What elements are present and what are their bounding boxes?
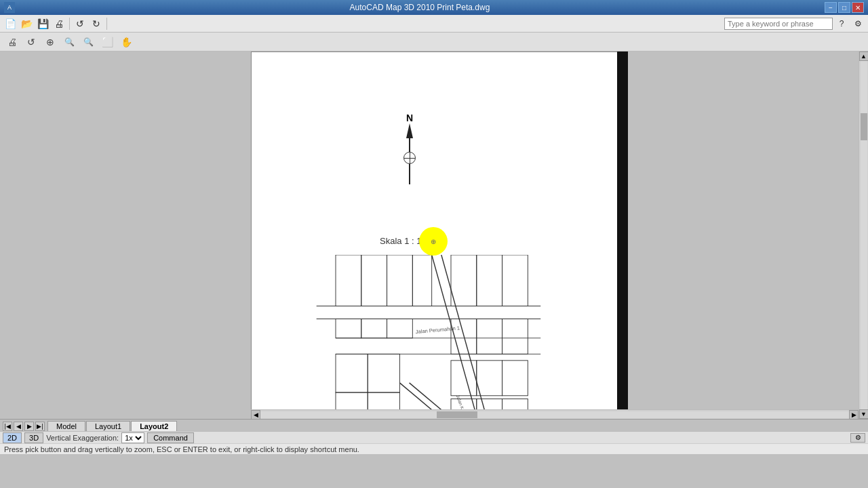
hscrollbar: ◀ ▶: [251, 409, 859, 419]
svg-rect-16: [361, 319, 387, 338]
north-arrow-shaft-upper: [409, 138, 410, 152]
app-icon: A: [4, 2, 15, 13]
statusbar: 2D 3D Vertical Exaggeration: 1x 2x 5x Co…: [0, 431, 868, 443]
svg-rect-19: [477, 319, 502, 354]
mode-2d-toggle[interactable]: 2D: [3, 432, 22, 443]
hscroll-track[interactable]: [260, 411, 849, 418]
open-button[interactable]: 📂: [19, 16, 34, 31]
zoom-extents-button[interactable]: ⊕: [42, 34, 58, 50]
pan-button[interactable]: ✋: [118, 34, 134, 50]
vert-exag-select[interactable]: 1x 2x 5x: [121, 432, 144, 443]
quick-access-toolbar: 📄 📂 💾 🖨 ↺ ↻ ? ⚙: [0, 15, 868, 33]
print-button[interactable]: 🖨: [52, 16, 66, 31]
toolbar-separator2: [106, 18, 107, 30]
svg-rect-12: [451, 255, 477, 306]
map-drawing: Jalan Perumahan 1 Jalan Kepuhsari II: [315, 255, 587, 419]
right-gray-area: Asifah.com: [628, 52, 868, 419]
window-controls: − □ ✕: [825, 2, 864, 13]
svg-rect-21: [336, 354, 368, 392]
zoom-in-button[interactable]: 🔍: [61, 34, 77, 50]
layout-tabs-bar: |◀ ◀ ▶ ▶| Model Layout1 Layout2: [0, 419, 868, 431]
mode-3d-toggle[interactable]: 3D: [24, 432, 43, 443]
undo-tool-button[interactable]: ↺: [23, 34, 39, 50]
titlebar-title: AutoCAD Map 3D 2010 Print Peta.dwg: [15, 3, 825, 12]
zoom-out-button[interactable]: 🔍: [80, 34, 96, 50]
svg-rect-14: [502, 255, 528, 306]
north-arrow-group: N: [403, 113, 416, 184]
new-button[interactable]: 📄: [3, 16, 18, 31]
toolbar-separator: [69, 18, 70, 30]
help-button[interactable]: ?: [834, 16, 849, 31]
tab-layout1[interactable]: Layout1: [86, 421, 130, 431]
hint-bar: Press pick button and drag vertically to…: [0, 443, 868, 454]
north-arrow-shaft-lower: [409, 164, 410, 184]
svg-rect-13: [477, 255, 502, 306]
command-button[interactable]: Command: [147, 432, 194, 443]
undo-button[interactable]: ↺: [73, 16, 87, 31]
circle-zoom-icon: ⊕: [431, 238, 436, 245]
svg-rect-11: [412, 255, 431, 306]
titlebar: A AutoCAD Map 3D 2010 Print Peta.dwg − □…: [0, 0, 868, 15]
tab-nav-last[interactable]: ▶|: [35, 422, 45, 431]
north-crosshair: [403, 152, 416, 164]
yellow-highlight-circle[interactable]: ⊕: [419, 227, 448, 256]
tab-nav-first[interactable]: |◀: [3, 422, 12, 431]
north-n-label: N: [406, 113, 413, 123]
hscroll-left-button[interactable]: ◀: [251, 410, 260, 420]
maximize-button[interactable]: □: [838, 2, 850, 13]
statusbar-settings-button[interactable]: ⚙: [850, 433, 865, 443]
north-arrow-up: [406, 123, 413, 138]
vscrollbar: ▲ ▼: [859, 52, 868, 419]
info-button[interactable]: ⚙: [850, 16, 865, 31]
vscroll-track[interactable]: [861, 61, 867, 409]
tab-layout2[interactable]: Layout2: [131, 421, 177, 431]
svg-rect-17: [387, 319, 413, 338]
svg-rect-27: [451, 361, 477, 396]
close-button[interactable]: ✕: [852, 2, 864, 13]
minimize-button[interactable]: −: [825, 2, 837, 13]
hscroll-right-button[interactable]: ▶: [849, 410, 859, 420]
vscroll-thumb[interactable]: [861, 113, 867, 140]
svg-rect-9: [361, 255, 387, 306]
canvas-area: Asifah.com N Skala 1 : 1000 ⊕: [0, 52, 868, 419]
svg-rect-10: [387, 255, 413, 306]
svg-rect-22: [368, 354, 399, 392]
svg-rect-8: [336, 255, 361, 306]
search-input[interactable]: [724, 18, 833, 30]
svg-rect-28: [477, 361, 502, 396]
vert-exag-label: Vertical Exaggeration:: [46, 434, 119, 442]
save-button[interactable]: 💾: [35, 16, 50, 31]
tab-nav-prev[interactable]: ◀: [14, 422, 23, 431]
black-border-bar: [617, 52, 628, 419]
hint-text: Press pick button and drag vertically to…: [4, 445, 359, 453]
zoom-window-button[interactable]: ⬜: [99, 34, 115, 50]
tab-nav-next[interactable]: ▶: [24, 422, 34, 431]
view-toolbar: 🖨 ↺ ⊕ 🔍 🔍 ⬜ ✋: [0, 33, 868, 52]
svg-rect-20: [502, 319, 528, 354]
hscroll-thumb[interactable]: [437, 411, 477, 418]
vscroll-down-button[interactable]: ▼: [859, 409, 869, 419]
tab-model[interactable]: Model: [47, 421, 85, 431]
titlebar-left: A: [4, 2, 15, 13]
print-tool-button[interactable]: 🖨: [4, 34, 20, 50]
redo-button[interactable]: ↻: [89, 16, 104, 31]
crosshair-h: [404, 158, 415, 159]
svg-rect-15: [336, 319, 361, 338]
svg-rect-29: [502, 361, 528, 396]
vscroll-up-button[interactable]: ▲: [859, 52, 869, 61]
